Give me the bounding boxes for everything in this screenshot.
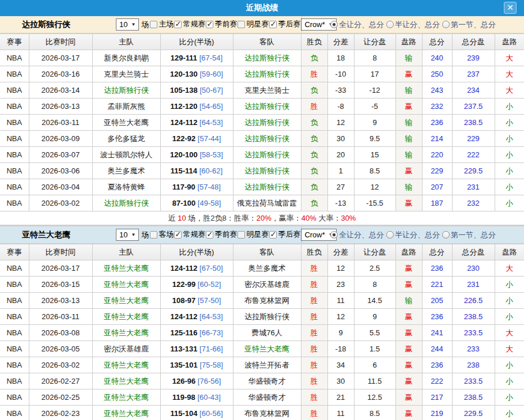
checkbox-icon[interactable]: [174, 231, 182, 239]
cell-date: 2026-02-25: [29, 389, 92, 406]
cell-handicap-line: 12: [354, 179, 395, 195]
cell-result: 负: [301, 50, 327, 66]
radio-icon[interactable]: [442, 231, 450, 239]
cell-total-points: 207: [422, 179, 452, 195]
half-score: [64-53]: [199, 312, 223, 321]
bet-mode-radio[interactable]: 全让分、总分: [330, 230, 384, 240]
cell-point-diff: -33: [327, 82, 354, 99]
checkbox-icon[interactable]: [238, 21, 245, 28]
column-header: 盘路: [395, 34, 422, 50]
cell-total-line: 238.5: [452, 309, 495, 325]
column-header: 总分盘: [452, 34, 495, 50]
bet-mode-radio[interactable]: 第一节、总分: [442, 20, 496, 30]
cell-total-line: 231: [452, 277, 495, 293]
radio-icon[interactable]: [330, 21, 338, 28]
dialog-title: 近期战绩: [246, 3, 278, 13]
half-score: [60-52]: [198, 280, 221, 289]
cell-handicap-result: 赢: [395, 341, 422, 357]
cell-away-team: 费城76人: [233, 325, 301, 341]
filter-checkbox[interactable]: 季后赛: [269, 229, 300, 240]
radio-group: 全让分、总分半让分、总分第一节、总分: [302, 16, 524, 33]
full-score: 135-101: [170, 361, 198, 369]
checkbox-icon[interactable]: [269, 231, 277, 239]
bet-mode-radio[interactable]: 半让分、总分: [386, 20, 440, 30]
checkbox-icon[interactable]: [174, 21, 182, 28]
record-summary: 近 10 场，胜2负8：胜率：20%，赢率：40% 大率：30%: [0, 211, 524, 226]
cell-result: 负: [301, 115, 327, 131]
table-row: NBA2026-03-11亚特兰大老鹰124-112 [64-53]达拉斯独行侠…: [0, 309, 524, 325]
cell-handicap-line: 8: [354, 50, 395, 66]
filter-bar: 达拉斯独行侠 10 ▼ 场 主场常规赛季前赛明星赛季后赛 Crow* ▼ 全让分…: [0, 16, 524, 33]
table-row: NBA2026-03-13孟菲斯灰熊112-120 [54-65]达拉斯独行侠胜…: [0, 99, 524, 115]
cell-score: 87-100 [49-58]: [160, 195, 233, 211]
filter-label: 季后赛: [278, 229, 300, 240]
cell-away-team: 华盛顿奇才: [233, 373, 301, 389]
full-score: 108-97: [172, 296, 195, 305]
cell-result: 负: [301, 82, 327, 99]
cell-handicap-result: 赢: [395, 406, 422, 420]
summary-text: 30%: [341, 214, 356, 222]
radio-icon[interactable]: [386, 231, 394, 239]
cell-date: 2026-03-11: [29, 309, 92, 325]
filter-checkbox[interactable]: 季前赛: [206, 19, 237, 29]
cell-score: 115-114 [60-62]: [160, 163, 233, 179]
full-score: 112-120: [170, 102, 197, 111]
cell-away-team: 亚特兰大老鹰: [233, 341, 301, 357]
cell-result: 胜: [301, 66, 327, 82]
checkbox-icon[interactable]: [150, 231, 157, 239]
cell-handicap-result: 输: [395, 82, 422, 99]
filter-checkbox[interactable]: 明星赛: [238, 19, 269, 29]
checkbox-icon[interactable]: [269, 21, 277, 28]
full-score: 124-112: [170, 118, 197, 127]
filter-checkbox[interactable]: 季前赛: [206, 229, 237, 240]
checkbox-icon[interactable]: [206, 231, 213, 239]
cell-ou-result: 小: [495, 163, 524, 179]
radio-label: 全让分、总分: [339, 230, 384, 240]
game-count-select[interactable]: 10 ▼: [116, 229, 139, 241]
table-row: NBA2026-03-06奥兰多魔术115-114 [60-62]达拉斯独行侠负…: [0, 163, 524, 179]
filter-checkbox[interactable]: 客场: [150, 229, 174, 240]
cell-total-points: 221: [422, 277, 452, 293]
cell-league: NBA: [0, 357, 29, 373]
cell-point-diff: -10: [327, 66, 354, 82]
filter-checkbox[interactable]: 季后赛: [269, 19, 300, 29]
radio-group: 全让分、总分半让分、总分第一节、总分: [302, 226, 524, 243]
cell-league: NBA: [0, 147, 29, 163]
checkbox-icon[interactable]: [206, 21, 213, 28]
column-header: 总分: [422, 244, 452, 260]
table-body: NBA2026-03-17亚特兰大老鹰124-112 [67-50]奥兰多魔术胜…: [0, 260, 524, 420]
column-header: 让分盘: [354, 244, 395, 260]
checkbox-icon[interactable]: [150, 21, 157, 28]
chevron-down-icon: ▼: [131, 232, 135, 237]
cell-home-team: 奥兰多魔术: [92, 163, 160, 179]
cell-ou-result: 小: [495, 115, 524, 131]
close-icon[interactable]: ✕: [504, 2, 517, 14]
cell-handicap-line: 6: [354, 357, 395, 373]
radio-label: 第一节、总分: [451, 230, 496, 240]
cell-score: 122-99 [60-52]: [160, 277, 233, 293]
bet-mode-radio[interactable]: 全让分、总分: [330, 20, 384, 30]
cell-away-team: 华盛顿奇才: [233, 389, 301, 406]
cell-total-points: 229: [422, 163, 452, 179]
filter-checkbox[interactable]: 主场: [150, 19, 174, 29]
cell-ou-result: 大: [495, 82, 524, 99]
radio-icon[interactable]: [386, 21, 394, 28]
bet-mode-radio[interactable]: 半让分、总分: [386, 230, 440, 240]
bet-mode-radio[interactable]: 第一节、总分: [442, 230, 496, 240]
cell-total-line: 230: [452, 260, 495, 277]
filter-checkbox[interactable]: 明星赛: [238, 229, 269, 240]
filter-checkbox[interactable]: 常规赛: [174, 19, 205, 29]
radio-icon[interactable]: [330, 231, 338, 239]
half-score: [57-48]: [197, 183, 220, 191]
column-header: 赛事: [0, 244, 29, 260]
cell-date: 2026-03-09: [29, 131, 92, 147]
cell-handicap-line: -5: [354, 99, 395, 115]
radio-icon[interactable]: [442, 21, 450, 28]
game-count-select[interactable]: 10 ▼: [116, 18, 139, 31]
cell-date: 2026-03-13: [29, 293, 92, 309]
checkbox-icon[interactable]: [238, 231, 245, 239]
cell-home-team: 达拉斯独行侠: [92, 82, 160, 99]
cell-result: 胜: [301, 373, 327, 389]
filter-checkbox[interactable]: 常规赛: [174, 229, 205, 240]
cell-away-team: 奥兰多魔术: [233, 260, 301, 277]
